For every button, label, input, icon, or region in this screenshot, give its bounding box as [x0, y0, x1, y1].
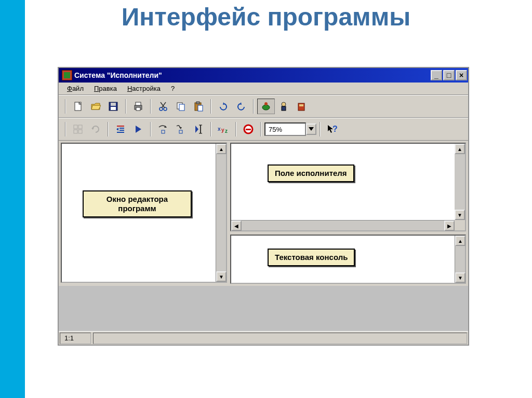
scroll-down-button[interactable]: ▼	[216, 271, 227, 282]
executor-draftsman-button[interactable]	[292, 99, 310, 114]
paste-button[interactable]	[190, 99, 207, 114]
maximize-button[interactable]: □	[443, 70, 455, 80]
variables-button[interactable]: xyz	[215, 121, 232, 137]
titlebar: Система "Исполнители" _ □ ×	[59, 68, 468, 83]
zoom-dropdown-button[interactable]	[306, 123, 316, 135]
floppy-disk-icon	[108, 101, 118, 112]
undo-icon	[218, 102, 229, 111]
scroll-track[interactable]	[455, 154, 465, 210]
scroll-track[interactable]	[242, 221, 444, 230]
status-position-text: 1:1	[64, 334, 74, 342]
toolbar-main	[59, 95, 468, 118]
scroll-right-button[interactable]: ▶	[444, 221, 455, 231]
scroll-track[interactable]	[216, 154, 226, 271]
menu-edit[interactable]: Правка	[89, 84, 122, 93]
scroll-up-button[interactable]: ▲	[216, 144, 227, 154]
scroll-down-button[interactable]: ▼	[455, 210, 465, 220]
scroll-up-button[interactable]: ▲	[455, 236, 466, 246]
executor-robot-button[interactable]	[275, 99, 292, 114]
editor-panel: Окно редактора программ ▲ ▼	[61, 143, 227, 283]
copy-button[interactable]	[172, 99, 190, 114]
indent-button[interactable]	[112, 121, 129, 137]
open-file-button[interactable]	[87, 99, 104, 114]
app-icon	[62, 70, 72, 80]
field-content[interactable]: Поле исполнителя	[231, 144, 455, 220]
console-label: Текстовая консоль	[268, 249, 355, 266]
help-pointer-button[interactable]: ?	[324, 121, 341, 137]
svg-rect-12	[179, 104, 184, 111]
structure-button[interactable]	[69, 121, 87, 137]
redo-button[interactable]	[232, 99, 250, 114]
svg-rect-31	[179, 130, 182, 133]
help-cursor-icon: ?	[327, 124, 338, 134]
redo-icon	[236, 102, 246, 111]
menu-settings[interactable]: Настройка	[122, 84, 166, 93]
page-title-text: Интерфейс программы	[122, 3, 410, 31]
svg-rect-23	[78, 125, 82, 129]
indent-icon	[115, 124, 126, 134]
open-folder-icon	[90, 101, 101, 112]
refresh-button[interactable]	[87, 121, 104, 137]
editor-vscroll[interactable]: ▲ ▼	[216, 144, 226, 282]
run-button[interactable]	[129, 121, 147, 137]
svg-point-7	[159, 107, 163, 111]
play-icon	[133, 124, 143, 134]
scroll-left-button[interactable]: ◀	[231, 221, 242, 231]
toolbar-debug: xyz 75% ?	[59, 118, 468, 141]
undo-button[interactable]	[215, 99, 232, 114]
menu-file[interactable]: Файл	[62, 84, 89, 93]
svg-text:x: x	[218, 126, 221, 132]
svg-rect-39	[246, 129, 251, 130]
field-hscroll[interactable]: ◀ ▶	[231, 220, 455, 230]
svg-rect-25	[78, 130, 82, 133]
editor-content[interactable]: Окно редактора программ	[62, 144, 216, 282]
svg-text:z: z	[225, 128, 228, 134]
step-over-button[interactable]	[154, 121, 172, 137]
print-button[interactable]	[129, 99, 147, 114]
svg-text:y: y	[221, 127, 224, 133]
save-button[interactable]	[104, 99, 122, 114]
zoom-value: 75%	[269, 126, 282, 133]
step-into-button[interactable]	[172, 121, 190, 137]
field-vscroll[interactable]: ▲ ▼	[455, 144, 465, 220]
new-file-button[interactable]	[69, 99, 87, 114]
scroll-track[interactable]	[455, 246, 465, 272]
status-position: 1:1	[60, 333, 91, 344]
scissors-icon	[158, 101, 168, 112]
clipboard-icon	[193, 101, 204, 112]
svg-rect-5	[136, 102, 141, 105]
menu-help[interactable]: ?	[166, 84, 180, 93]
editor-label: Окно редактора программ	[83, 190, 192, 217]
decorative-stripe	[0, 0, 25, 398]
svg-rect-22	[74, 125, 77, 129]
status-message	[93, 333, 467, 344]
svg-rect-24	[74, 130, 77, 133]
zoom-input[interactable]: 75%	[264, 122, 306, 136]
window-title: Система "Исполнители"	[74, 71, 162, 79]
console-vscroll[interactable]: ▲ ▼	[455, 236, 465, 283]
blocks-icon	[73, 124, 83, 134]
xyz-icon: xyz	[218, 125, 229, 134]
cut-button[interactable]	[154, 99, 172, 114]
svg-text:?: ?	[332, 125, 338, 133]
robot-icon	[278, 101, 289, 112]
menu-settings-label: астройка	[132, 85, 161, 92]
page-title: Интерфейс программы	[0, 3, 532, 31]
turtle-icon	[261, 101, 271, 112]
run-to-cursor-button[interactable]	[190, 121, 207, 137]
executor-turtle-button[interactable]	[257, 99, 275, 114]
printer-icon	[133, 101, 143, 112]
minimize-button[interactable]: _	[431, 70, 442, 80]
scroll-up-button[interactable]: ▲	[455, 144, 465, 154]
console-content[interactable]: Текстовая консоль	[231, 236, 455, 283]
svg-point-8	[164, 107, 167, 111]
close-button[interactable]: ×	[456, 70, 467, 80]
stop-button[interactable]	[240, 121, 257, 137]
field-panel: Поле исполнителя ▲ ▼ ◀ ▶	[230, 143, 466, 231]
statusbar: 1:1	[59, 331, 468, 345]
scroll-down-button[interactable]: ▼	[455, 272, 466, 283]
stop-sign-icon	[243, 124, 254, 134]
chevron-down-icon	[309, 127, 314, 131]
menu-edit-label: равка	[99, 85, 117, 92]
panels-area: Окно редактора программ ▲ ▼ Поле исполни…	[59, 141, 468, 286]
